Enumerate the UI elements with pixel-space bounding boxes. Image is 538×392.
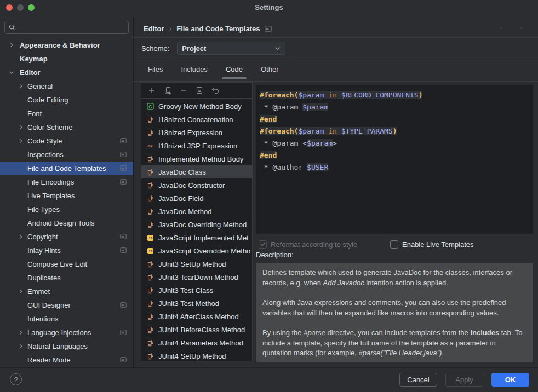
chevron-icon[interactable] (19, 358, 23, 362)
sidebar-item[interactable]: Copyright (0, 230, 133, 244)
cancel-button[interactable]: Cancel (399, 373, 437, 387)
sidebar-item[interactable]: Compose Live Edit (0, 257, 133, 271)
chevron-icon[interactable] (19, 330, 23, 335)
template-list-item[interactable]: JavaDoc Class (141, 165, 252, 178)
chevron-icon[interactable] (19, 248, 23, 252)
chevron-down-icon (274, 47, 281, 50)
tab-code[interactable]: Code (224, 61, 244, 80)
template-list-item[interactable]: JUnit4 AfterClass Method (141, 310, 252, 323)
sidebar-item[interactable]: Reader Mode (0, 353, 133, 367)
sidebar-item-label: Appearance & Behavior (20, 41, 100, 49)
java-cup-icon (146, 339, 154, 347)
tab-files[interactable]: Files (146, 61, 164, 80)
template-list-item[interactable]: JS JavaScript Implemented Met (141, 231, 252, 244)
template-list-item[interactable]: JUnit4 SetUp Method (141, 349, 252, 361)
chevron-icon[interactable] (19, 316, 23, 321)
sidebar-item[interactable]: Font (0, 107, 133, 120)
sidebar-item[interactable]: Color Scheme (0, 120, 133, 134)
chevron-icon[interactable] (19, 139, 23, 143)
remove-template-button[interactable] (179, 86, 188, 95)
enable-live-templates-checkbox[interactable]: Enable Live Templates (390, 240, 474, 249)
sidebar-item[interactable]: Keymap (0, 52, 133, 66)
search-input[interactable] (4, 21, 129, 34)
chevron-icon[interactable] (19, 234, 23, 239)
chevron-icon[interactable] (19, 275, 23, 280)
breadcrumb-editor[interactable]: Editor (144, 25, 164, 33)
per-project-settings-icon (120, 165, 127, 171)
chevron-icon[interactable] (19, 207, 23, 211)
sidebar-item[interactable]: Emmet (0, 285, 133, 298)
template-list-item[interactable]: JUnit4 BeforeClass Method (141, 323, 252, 336)
chevron-icon[interactable] (19, 344, 23, 348)
template-list-item[interactable]: I18nized Expression (141, 126, 252, 139)
sidebar-item[interactable]: General (0, 79, 133, 93)
sidebar-item[interactable]: Inlay Hints (0, 244, 133, 257)
tab-includes[interactable]: Includes (179, 61, 209, 80)
sidebar-item[interactable]: Appearance & Behavior (0, 38, 133, 52)
sidebar-item[interactable]: Code Editing (0, 93, 133, 107)
chevron-icon[interactable] (19, 180, 23, 184)
chevron-icon[interactable] (19, 289, 23, 293)
chevron-icon[interactable] (19, 193, 23, 198)
sidebar-item[interactable]: Editor (0, 66, 133, 79)
sidebar-item[interactable]: File and Code Templates (0, 162, 133, 175)
chevron-icon[interactable] (19, 221, 23, 225)
create-child-template-button[interactable] (163, 86, 172, 95)
template-list-item[interactable]: JUnit3 SetUp Method (141, 257, 252, 270)
template-editor[interactable]: #foreach($param in $RECORD_COMPONENTS) *… (256, 85, 533, 234)
template-list-item[interactable]: JavaDoc Method (141, 205, 252, 218)
sidebar-item-label: Font (27, 109, 42, 118)
template-list-item[interactable]: JUnit3 Test Class (141, 284, 252, 297)
chevron-icon[interactable] (19, 97, 23, 102)
template-list-item[interactable]: JSP I18nized JSP Expression (141, 139, 252, 152)
template-list-item[interactable]: JUnit3 Test Method (141, 297, 252, 310)
sidebar-item[interactable]: Live Templates (0, 189, 133, 203)
chevron-icon[interactable] (9, 43, 14, 47)
ok-button[interactable]: OK (491, 373, 529, 387)
sidebar-item[interactable]: File Types (0, 203, 133, 216)
zoom-window-button[interactable] (28, 4, 35, 11)
back-button[interactable]: ← (499, 22, 507, 31)
unchecked-checkbox-icon[interactable] (390, 240, 398, 249)
chevron-icon[interactable] (19, 84, 23, 88)
template-list-item[interactable]: JS JavaScript Overridden Metho (141, 244, 252, 257)
add-template-button[interactable] (147, 86, 156, 95)
tab-other[interactable]: Other (259, 61, 281, 80)
sidebar-item[interactable]: Intentions (0, 312, 133, 326)
template-list-item[interactable]: I18nized Concatenation (141, 113, 252, 126)
close-window-button[interactable] (6, 4, 13, 11)
sidebar-item[interactable]: Android Design Tools (0, 216, 133, 230)
template-list-item[interactable]: JavaDoc Field (141, 192, 252, 205)
template-list-item[interactable]: JavaDoc Constructor (141, 178, 252, 192)
sidebar-item[interactable]: File Encodings (0, 175, 133, 189)
scheme-select[interactable]: Project (177, 42, 285, 55)
template-list-item[interactable]: JUnit3 TearDown Method (141, 270, 252, 284)
reset-to-default-button[interactable] (211, 86, 220, 95)
forward-button[interactable]: → (516, 22, 524, 31)
template-list-item[interactable]: G Groovy New Method Body (141, 100, 252, 113)
sidebar-item[interactable]: Language Injections (0, 326, 133, 339)
sidebar-item-label: Copyright (27, 233, 58, 241)
chevron-icon[interactable] (19, 262, 23, 266)
template-list-item[interactable]: Implemented Method Body (141, 152, 252, 165)
groovy-icon: G (146, 103, 154, 110)
chevron-icon[interactable] (19, 125, 23, 129)
chevron-icon[interactable] (19, 303, 23, 307)
copy-template-button[interactable] (195, 86, 204, 95)
chevron-icon[interactable] (9, 56, 14, 61)
help-button[interactable]: ? (10, 373, 22, 385)
sidebar-item[interactable]: GUI Designer (0, 298, 133, 312)
java-cup-icon (146, 116, 154, 123)
template-list-item[interactable]: JavaDoc Overriding Method (141, 218, 252, 231)
sidebar-item[interactable]: Code Style (0, 134, 133, 148)
chevron-icon[interactable] (19, 111, 23, 116)
sidebar-item[interactable]: Natural Languages (0, 339, 133, 353)
chevron-icon[interactable] (19, 166, 23, 170)
chevron-icon[interactable] (9, 70, 14, 74)
sidebar-item[interactable]: Duplicates (0, 271, 133, 285)
per-project-settings-icon (120, 234, 127, 239)
template-list-item[interactable]: JUnit4 Parameters Method (141, 336, 252, 349)
chevron-icon[interactable] (19, 152, 23, 157)
sidebar-item-label: Code Editing (27, 96, 68, 104)
sidebar-item[interactable]: Inspections (0, 148, 133, 162)
